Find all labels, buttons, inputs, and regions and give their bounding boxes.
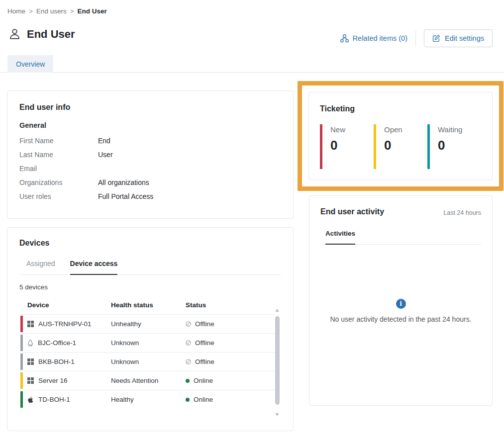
field-email: Email <box>19 162 281 176</box>
apple-icon <box>27 396 34 403</box>
edit-pencil-icon <box>432 34 440 42</box>
tab-assigned[interactable]: Assigned <box>26 260 55 274</box>
field-value: End <box>98 134 281 148</box>
activity-header: End user activity Last 24 hours <box>320 207 481 216</box>
col-health-status: Health status <box>111 301 186 309</box>
field-organizations: Organizations All organizations <box>19 176 281 189</box>
edit-settings-button[interactable]: Edit settings <box>424 29 493 47</box>
device-health: Needs Attention <box>111 377 186 384</box>
end-user-page: Home > End users > End User End User <box>0 0 504 444</box>
header-divider <box>415 30 416 47</box>
online-icon <box>186 379 190 383</box>
device-status: Online <box>194 377 213 384</box>
stat-open[interactable]: Open 0 <box>374 124 427 169</box>
breadcrumb-end-users[interactable]: End users <box>36 7 67 15</box>
ticketing-highlight-annotation: Ticketing New 0 Open 0 <box>298 81 504 191</box>
right-column: Ticketing New 0 Open 0 <box>309 81 493 406</box>
user-icon <box>8 27 21 41</box>
device-name: Server 16 <box>38 377 68 384</box>
breadcrumb: Home > End users > End User <box>7 7 107 15</box>
tab-device-access[interactable]: Device access <box>70 260 118 275</box>
devices-table: Device Health status Status AUS-TRNHPV-0… <box>19 297 275 409</box>
table-row[interactable]: TD-BOH-1 Healthy Online <box>19 390 275 409</box>
breadcrumb-home[interactable]: Home <box>7 7 25 15</box>
activity-title: End user activity <box>320 207 384 216</box>
table-row[interactable]: AUS-TRNHPV-01 Unhealthy Offline <box>19 314 275 333</box>
breadcrumb-separator: > <box>70 7 74 15</box>
table-row[interactable]: BJC-Office-1 Unknown Offline <box>19 333 275 352</box>
windows-icon <box>27 358 34 365</box>
page-header: End User <box>8 27 75 41</box>
tab-activities[interactable]: Activities <box>325 230 355 245</box>
offline-icon <box>186 321 191 327</box>
device-name: TD-BOH-1 <box>38 396 70 403</box>
device-health: Unknown <box>111 358 186 365</box>
related-items-link[interactable]: Related items (0) <box>340 34 407 43</box>
activity-range-label: Last 24 hours <box>443 209 481 216</box>
general-section-title: General <box>19 121 281 129</box>
offline-icon <box>186 359 191 364</box>
related-items-label: Related items (0) <box>353 34 407 42</box>
health-color-bar <box>20 316 23 332</box>
field-label: Last Name <box>19 148 98 162</box>
ticketing-card: Ticketing New 0 Open 0 <box>308 92 493 180</box>
scroll-down-arrow-icon[interactable] <box>275 413 279 416</box>
health-color-bar <box>20 354 23 370</box>
health-color-bar <box>20 391 23 408</box>
stat-new[interactable]: New 0 <box>320 124 374 169</box>
left-column: End user info General First Name End Las… <box>7 90 294 431</box>
field-label: User roles <box>19 189 98 203</box>
breadcrumb-separator: > <box>29 7 33 15</box>
end-user-activity-card: End user activity Last 24 hours Activiti… <box>309 195 493 406</box>
device-health: Healthy <box>111 396 186 403</box>
device-status: Offline <box>195 339 214 347</box>
page-title: End User <box>27 28 75 41</box>
health-color-bar <box>20 372 23 389</box>
related-items-icon <box>340 34 349 43</box>
device-status: Offline <box>195 358 214 365</box>
stat-label: Open <box>384 125 403 134</box>
device-name: AUS-TRNHPV-01 <box>38 320 92 328</box>
devices-title: Devices <box>19 239 281 248</box>
tab-overview[interactable]: Overview <box>7 55 53 73</box>
health-color-bar <box>20 335 23 351</box>
col-status: Status <box>186 301 275 309</box>
table-row[interactable]: BKB-BOH-1 Unknown Offline <box>19 352 275 371</box>
offline-icon <box>186 340 191 346</box>
device-name: BJC-Office-1 <box>38 339 76 347</box>
breadcrumb-current: End User <box>78 7 107 15</box>
field-last-name: Last Name User <box>19 148 281 162</box>
online-icon <box>186 398 190 402</box>
activity-empty-state: i No user activity detected in the past … <box>320 245 481 394</box>
table-row[interactable]: Server 16 Needs Attention Online <box>19 371 275 390</box>
end-user-info-title: End user info <box>19 103 281 112</box>
stat-waiting[interactable]: Waiting 0 <box>427 124 481 169</box>
windows-icon <box>27 321 34 327</box>
header-actions: Related items (0) Edit settings <box>340 29 493 47</box>
activity-empty-message: No user activity detected in the past 24… <box>330 315 471 323</box>
devices-tabs: Assigned Device access <box>19 260 281 275</box>
field-label: Email <box>19 162 98 176</box>
end-user-info-fields: First Name End Last Name User Email Orga… <box>19 134 281 203</box>
stat-label: New <box>330 125 345 134</box>
device-count: 5 devices <box>19 283 281 291</box>
field-value: All organizations <box>98 176 281 189</box>
ticketing-stats: New 0 Open 0 Waiting <box>320 124 481 169</box>
stat-label: Waiting <box>438 125 462 134</box>
activity-tabs: Activities <box>320 229 481 245</box>
info-icon: i <box>396 299 406 309</box>
device-name: BKB-BOH-1 <box>38 358 75 365</box>
field-label: First Name <box>19 134 98 148</box>
col-device: Device <box>19 301 111 309</box>
edit-settings-label: Edit settings <box>445 34 484 42</box>
field-first-name: First Name End <box>19 134 281 148</box>
scroll-up-arrow-icon[interactable] <box>275 309 279 312</box>
device-health: Unhealthy <box>111 320 186 328</box>
page-tabbar: Overview <box>0 55 504 73</box>
stat-value: 0 <box>438 138 462 153</box>
devices-card: Devices Assigned Device access 5 devices… <box>7 227 294 431</box>
devices-table-header: Device Health status Status <box>19 297 275 314</box>
scrollbar-thumb[interactable] <box>275 316 280 405</box>
device-status: Online <box>194 396 213 403</box>
stat-value: 0 <box>384 138 403 153</box>
